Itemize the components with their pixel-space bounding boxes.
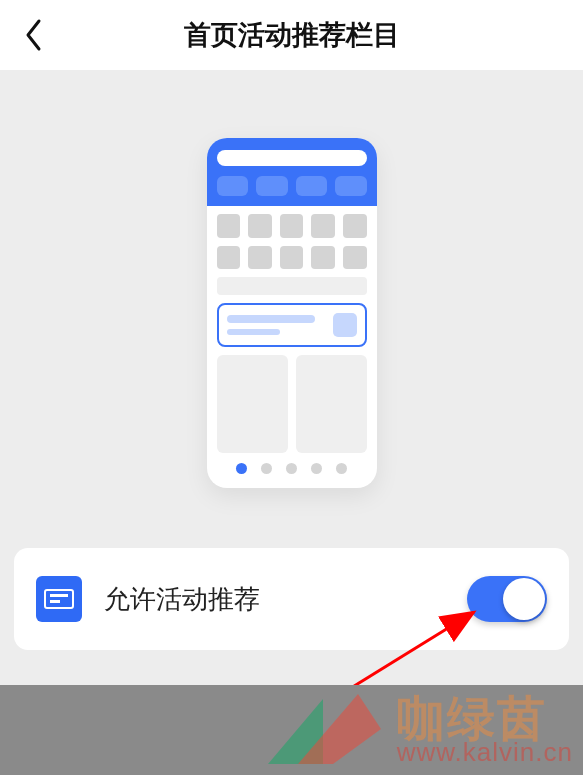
phone-mockup <box>207 138 377 488</box>
mockup-app-icon <box>343 214 367 238</box>
mockup-dot-active <box>236 463 247 474</box>
toggle-knob <box>503 578 545 620</box>
mockup-tabs <box>217 176 367 196</box>
mockup-tab <box>335 176 367 196</box>
mockup-body <box>207 206 377 488</box>
mockup-app-icon <box>248 246 272 270</box>
chevron-left-icon <box>24 18 44 52</box>
mockup-app-icon <box>311 246 335 270</box>
back-button[interactable] <box>16 17 52 53</box>
card-icon <box>36 576 82 622</box>
setting-row: 允许活动推荐 <box>14 548 569 650</box>
card-icon-inner <box>44 589 74 609</box>
mockup-tab <box>256 176 288 196</box>
mockup-app-icon <box>280 246 304 270</box>
page-title: 首页活动推荐栏目 <box>0 17 583 53</box>
mockup-pagination <box>217 453 367 482</box>
mockup-activity-card <box>217 303 367 347</box>
mockup-app-icon <box>217 214 241 238</box>
mockup-panel <box>296 355 367 453</box>
mockup-dot <box>286 463 297 474</box>
mockup-text-line <box>227 329 281 335</box>
mockup-app-icon <box>311 214 335 238</box>
watermark-logo-icon <box>263 689 383 769</box>
mockup-search-bar <box>217 150 367 166</box>
setting-label: 允许活动推荐 <box>104 582 445 617</box>
mockup-icon-grid <box>217 214 367 269</box>
mockup-dot <box>336 463 347 474</box>
preview-area <box>0 70 583 488</box>
mockup-tab <box>296 176 328 196</box>
page-header: 首页活动推荐栏目 <box>0 0 583 70</box>
allow-activity-toggle[interactable] <box>467 576 547 622</box>
mockup-text-line <box>227 315 315 323</box>
mockup-tab <box>217 176 249 196</box>
mockup-app-icon <box>217 246 241 270</box>
mockup-app-icon <box>248 214 272 238</box>
mockup-panels <box>217 355 367 453</box>
mockup-dot <box>311 463 322 474</box>
mockup-dot <box>261 463 272 474</box>
mockup-card-image <box>333 313 357 337</box>
mockup-app-icon <box>343 246 367 270</box>
mockup-banner <box>217 277 367 295</box>
mockup-app-icon <box>280 214 304 238</box>
mockup-header <box>207 138 377 206</box>
mockup-panel <box>217 355 288 453</box>
mockup-card-text <box>227 315 325 335</box>
